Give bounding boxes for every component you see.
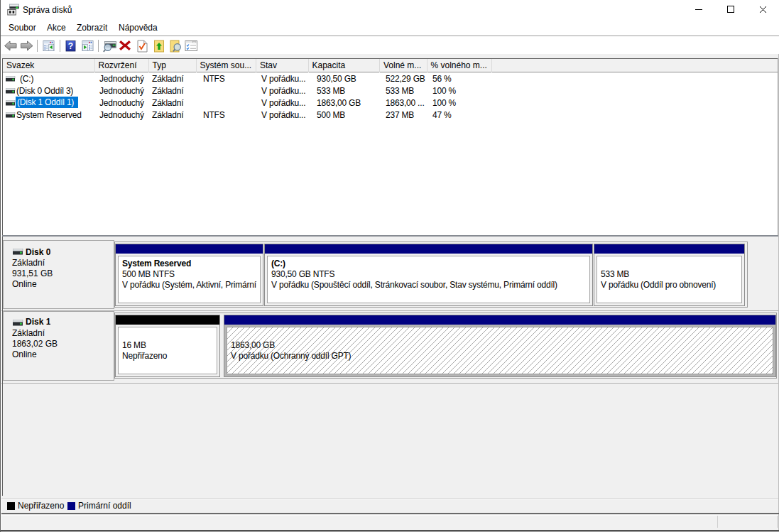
svg-text:?: ? xyxy=(68,41,73,51)
